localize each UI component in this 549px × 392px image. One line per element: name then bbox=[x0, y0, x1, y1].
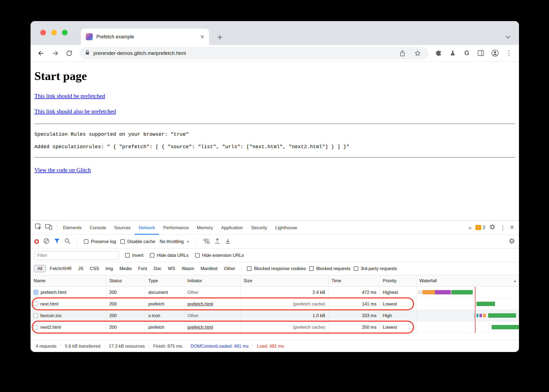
throttling-dropdown[interactable]: No throttling ▼ bbox=[160, 239, 189, 244]
column-header-type[interactable]: Type bbox=[145, 275, 184, 286]
devtools-settings-gear-icon[interactable] bbox=[489, 224, 496, 231]
invert-toggle[interactable]: Invert bbox=[125, 253, 143, 258]
prefetch-link-2[interactable]: This link should also be prefetched bbox=[34, 108, 116, 115]
network-conditions-icon[interactable] bbox=[203, 238, 210, 245]
tab-close-icon[interactable]: × bbox=[200, 34, 204, 40]
devtools-menu-icon[interactable]: ⋮ bbox=[500, 224, 506, 231]
tab-sources[interactable]: Sources bbox=[110, 221, 135, 235]
filter-type-fetch-xhr[interactable]: Fetch/XHR bbox=[47, 265, 74, 272]
preserve-log-checkbox[interactable] bbox=[84, 239, 88, 244]
request-initiator-link[interactable]: prefetch.html bbox=[187, 301, 213, 307]
filter-type-wasm[interactable]: Wasm bbox=[179, 265, 197, 272]
close-window-button[interactable] bbox=[40, 30, 46, 35]
column-header-name[interactable]: Name bbox=[31, 275, 106, 286]
issues-counter[interactable]: ! 2 bbox=[475, 225, 485, 230]
blocked-requests-checkbox[interactable] bbox=[309, 266, 314, 271]
reload-button[interactable] bbox=[63, 47, 75, 59]
browser-tab[interactable]: Prefetch example × bbox=[81, 29, 209, 45]
column-header-status[interactable]: Status bbox=[106, 275, 145, 286]
filter-type-all[interactable]: All bbox=[34, 265, 46, 272]
request-name[interactable]: favicon.ico bbox=[40, 313, 61, 318]
prefetch-link-1[interactable]: This link should be prefetched bbox=[34, 93, 105, 99]
filter-type-doc[interactable]: Doc bbox=[151, 265, 164, 272]
invert-checkbox[interactable] bbox=[125, 253, 130, 258]
request-checkbox[interactable] bbox=[34, 302, 38, 306]
url-text[interactable]: prerender-demos.glitch.me/prefetch.html bbox=[93, 50, 393, 56]
column-header-priority[interactable]: Priority bbox=[380, 275, 416, 286]
tab-network[interactable]: Network bbox=[135, 221, 159, 235]
request-row-next2-html[interactable]: next2.html 200 prefetch prefetch.html (p… bbox=[31, 321, 519, 333]
tab-performance[interactable]: Performance bbox=[159, 221, 193, 235]
network-filter-input[interactable] bbox=[34, 251, 119, 260]
hide-data-urls-toggle[interactable]: Hide data URLs bbox=[150, 253, 188, 258]
column-header-size[interactable]: Size bbox=[241, 275, 329, 286]
forward-button[interactable] bbox=[49, 47, 61, 59]
blocked-cookies-checkbox[interactable] bbox=[247, 266, 252, 271]
filter-type-ws[interactable]: WS bbox=[166, 265, 178, 272]
device-toolbar-icon[interactable] bbox=[45, 224, 53, 231]
clear-network-log-icon[interactable] bbox=[43, 238, 49, 245]
speculation-support-text: Speculation Rules supported on your brow… bbox=[34, 132, 515, 137]
tab-console[interactable]: Console bbox=[86, 221, 110, 235]
glitch-code-link[interactable]: View the code on Glitch bbox=[34, 167, 91, 173]
disable-cache-toggle[interactable]: Disable cache bbox=[120, 239, 156, 244]
more-tabs-icon[interactable]: » bbox=[468, 224, 472, 231]
hide-extension-urls-toggle[interactable]: Hide extension URLs bbox=[195, 253, 244, 258]
column-header-time[interactable]: Time bbox=[329, 275, 380, 286]
minimize-window-button[interactable] bbox=[51, 30, 57, 35]
back-button[interactable] bbox=[35, 47, 47, 59]
fullscreen-window-button[interactable] bbox=[62, 30, 68, 35]
tab-security[interactable]: Security bbox=[247, 221, 271, 235]
side-panel-icon[interactable] bbox=[475, 48, 487, 59]
extensions-puzzle-icon[interactable] bbox=[433, 48, 444, 59]
disable-cache-checkbox[interactable] bbox=[120, 239, 125, 244]
tab-memory[interactable]: Memory bbox=[193, 221, 217, 235]
filter-type-img[interactable]: Img bbox=[103, 265, 115, 272]
filter-type-font[interactable]: Font bbox=[136, 265, 150, 272]
devtools-close-icon[interactable]: × bbox=[510, 224, 514, 231]
filter-type-media[interactable]: Media bbox=[117, 265, 134, 272]
tab-search-chevron-icon[interactable] bbox=[505, 35, 511, 40]
filter-type-js[interactable]: JS bbox=[76, 265, 86, 272]
third-party-checkbox[interactable] bbox=[354, 266, 358, 271]
column-header-waterfall[interactable]: Waterfall ▲ bbox=[416, 275, 519, 286]
google-extension-icon[interactable]: G bbox=[461, 48, 472, 59]
request-name[interactable]: next.html bbox=[40, 301, 58, 307]
tab-lighthouse[interactable]: Lighthouse bbox=[271, 221, 301, 235]
column-header-initiator[interactable]: Initiator bbox=[184, 275, 241, 286]
request-name[interactable]: prefetch.html bbox=[41, 290, 66, 295]
blocked-requests-toggle[interactable]: Blocked requests bbox=[309, 266, 350, 271]
hide-extension-urls-checkbox[interactable] bbox=[195, 253, 200, 258]
inspect-element-icon[interactable] bbox=[35, 223, 42, 232]
hide-data-urls-checkbox[interactable] bbox=[150, 253, 154, 258]
filter-type-css[interactable]: CSS bbox=[87, 265, 101, 272]
filter-type-manifest[interactable]: Manifest bbox=[198, 265, 220, 272]
search-icon[interactable] bbox=[64, 238, 71, 245]
request-checkbox[interactable] bbox=[34, 313, 38, 318]
new-tab-button[interactable]: + bbox=[217, 32, 223, 42]
flask-extension-icon[interactable] bbox=[447, 48, 458, 59]
filter-funnel-icon[interactable] bbox=[54, 238, 60, 245]
share-icon[interactable] bbox=[397, 48, 408, 59]
request-name[interactable]: next2.html bbox=[40, 325, 61, 330]
tab-elements[interactable]: Elements bbox=[59, 221, 86, 235]
request-row-next-html[interactable]: next.html 200 prefetch prefetch.html (pr… bbox=[31, 298, 519, 310]
request-row-favicon-ico[interactable]: favicon.ico 200 x-icon Other 1.0 kB 333 … bbox=[31, 310, 519, 321]
request-row-prefetch-html[interactable]: prefetch.html 200 document Other 2.4 kB … bbox=[31, 287, 519, 298]
tab-application[interactable]: Application bbox=[217, 221, 247, 235]
third-party-toggle[interactable]: 3rd-party requests bbox=[354, 266, 397, 271]
bookmark-star-icon[interactable] bbox=[412, 48, 423, 59]
import-har-icon[interactable] bbox=[214, 238, 220, 245]
record-network-log-button[interactable] bbox=[34, 239, 39, 244]
browser-menu-icon[interactable]: ⋮ bbox=[503, 48, 515, 59]
export-har-icon[interactable] bbox=[225, 238, 231, 245]
blocked-cookies-toggle[interactable]: Blocked response cookies bbox=[247, 266, 306, 271]
profile-avatar-icon[interactable] bbox=[489, 48, 501, 59]
address-bar[interactable]: prerender-demos.glitch.me/prefetch.html bbox=[80, 47, 429, 59]
lock-icon[interactable] bbox=[85, 50, 90, 57]
filter-type-other[interactable]: Other bbox=[221, 265, 237, 272]
network-settings-gear-icon[interactable] bbox=[508, 238, 515, 245]
preserve-log-toggle[interactable]: Preserve log bbox=[84, 239, 116, 244]
request-checkbox[interactable] bbox=[34, 325, 38, 329]
request-initiator-link[interactable]: prefetch.html bbox=[187, 325, 213, 330]
